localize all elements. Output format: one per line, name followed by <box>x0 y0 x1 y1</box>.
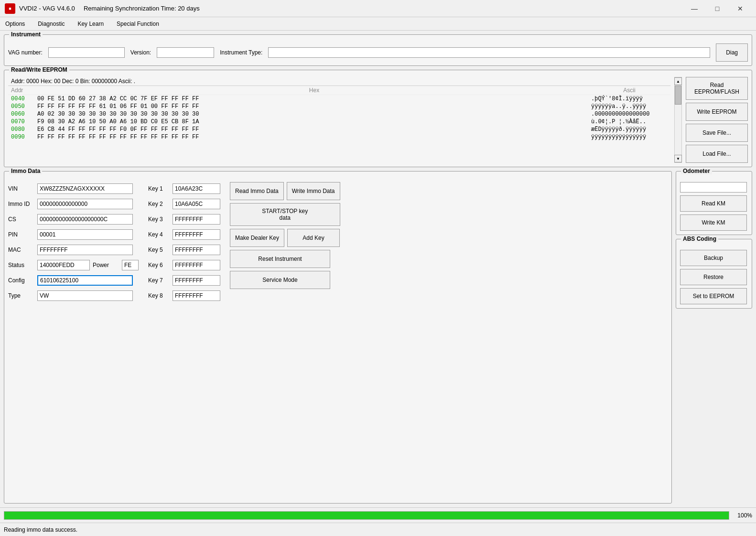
instrument-group: Instrument VAG number: Version: Instrume… <box>4 34 752 66</box>
eeprom-data-row: 0050 FF FF FF FF FF FF 61 01 06 FF 01 00… <box>8 103 670 110</box>
write-eeprom-button[interactable]: Write EEPROM <box>686 103 748 121</box>
key7-label: Key 7 <box>148 277 170 284</box>
key2-label: Key 2 <box>148 201 170 207</box>
eeprom-group: Read/Write EEPROM Addr: 0000 Hex: 00 Dec… <box>4 70 752 167</box>
immo-id-input[interactable] <box>37 199 133 209</box>
key4-row: Key 4 <box>148 228 220 241</box>
mac-input[interactable] <box>37 245 133 255</box>
row-addr: 0060 <box>11 111 37 118</box>
close-button[interactable]: ✕ <box>729 2 751 15</box>
reset-instrument-button[interactable]: Reset Instrument <box>230 250 330 268</box>
mac-label: MAC <box>8 247 34 253</box>
pin-row: PIN <box>8 228 139 241</box>
version-input[interactable] <box>157 47 214 58</box>
row-ascii: .0000000000000000 <box>591 111 668 118</box>
key3-input[interactable] <box>173 214 220 225</box>
make-dealer-button[interactable]: Make Dealer Key <box>230 229 284 247</box>
odometer-group: Odometer Read KM Write KM <box>676 171 752 235</box>
menu-options[interactable]: Options <box>2 19 28 29</box>
odometer-content: Read KM Write KM <box>680 182 748 231</box>
progress-percent: 100% <box>733 512 752 519</box>
instrument-row: VAG number: Version: Instrument Type: Di… <box>8 43 748 62</box>
power-input[interactable] <box>122 260 139 270</box>
status-label: Status <box>8 262 34 268</box>
immo-left-fields: VIN Immo ID CS PIN <box>8 182 139 302</box>
row-addr: 0050 <box>11 103 37 110</box>
key3-row: Key 3 <box>148 213 220 226</box>
col-ascii-header: Ascii <box>591 87 668 94</box>
key4-label: Key 4 <box>148 231 170 238</box>
scrollbar-thumb[interactable] <box>675 86 681 105</box>
read-km-button[interactable]: Read KM <box>680 195 747 212</box>
key5-label: Key 5 <box>148 247 170 253</box>
service-mode-button[interactable]: Service Mode <box>230 271 330 289</box>
pin-label: PIN <box>8 231 34 238</box>
key1-row: Key 1 <box>148 182 220 195</box>
maximize-button[interactable]: □ <box>706 2 728 15</box>
row-addr: 0090 <box>11 134 37 140</box>
eeprom-scrollbar[interactable]: ▲ ▼ <box>674 77 682 163</box>
restore-button[interactable]: Restore <box>680 269 747 285</box>
type-input[interactable] <box>37 290 133 301</box>
menu-diagnostic[interactable]: Diagnostic <box>35 19 67 29</box>
eeprom-data-row: 0080 E6 CB 44 FF FF FF FF FF F0 0F FF FF… <box>8 126 670 133</box>
key3-label: Key 3 <box>148 216 170 223</box>
load-file-button[interactable]: Load File... <box>686 145 748 163</box>
title-bar: ■ VVDI2 - VAG V4.6.0 Remaining Synchroni… <box>0 0 756 17</box>
key6-input[interactable] <box>173 260 220 270</box>
row-ascii: ÿÿÿÿÿÿÿÿÿÿÿÿÿÿÿÿ <box>591 134 668 140</box>
eeprom-table-area: Addr: 0000 Hex: 00 Dec: 0 Bin: 00000000 … <box>8 77 670 163</box>
key5-input[interactable] <box>173 245 220 255</box>
start-stop-button[interactable]: START/STOP keydata <box>230 203 340 226</box>
scroll-up-arrow[interactable]: ▲ <box>674 77 682 85</box>
eeprom-header: Addr: 0000 Hex: 00 Dec: 0 Bin: 00000000 … <box>8 77 670 86</box>
key1-input[interactable] <box>173 183 220 194</box>
scroll-down-arrow[interactable]: ▼ <box>674 155 682 162</box>
status-text: Reading immo data success. <box>4 526 77 533</box>
key7-row: Key 7 <box>148 274 220 287</box>
odometer-input[interactable] <box>680 182 747 193</box>
read-eeprom-button[interactable]: ReadEEPROM/FLASH <box>686 77 748 100</box>
immo-id-label: Immo ID <box>8 201 34 207</box>
eeprom-data-row: 0090 FF FF FF FF FF FF FF FF FF FF FF FF… <box>8 133 670 141</box>
backup-button[interactable]: Backup <box>680 250 747 266</box>
key8-input[interactable] <box>173 290 220 301</box>
add-key-button[interactable]: Add Key <box>287 229 340 247</box>
vag-number-input[interactable] <box>48 47 125 58</box>
vin-input[interactable] <box>37 183 133 194</box>
vin-row: VIN <box>8 182 139 195</box>
row-hex: FF FF FF FF FF FF FF FF FF FF FF FF FF F… <box>37 134 591 140</box>
cs-input[interactable] <box>37 214 133 225</box>
config-input[interactable] <box>37 275 133 286</box>
instrument-type-input[interactable] <box>268 47 710 58</box>
row-addr: 0070 <box>11 118 37 125</box>
row-hex: E6 CB 44 FF FF FF FF FF F0 0F FF FF FF F… <box>37 126 591 133</box>
progress-bar-fill <box>4 512 729 519</box>
menu-special-function[interactable]: Special Function <box>114 19 162 29</box>
abs-group-title: ABS Coding <box>681 236 718 242</box>
write-immo-button[interactable]: Write Immo Data <box>287 182 340 200</box>
key2-input[interactable] <box>173 199 220 209</box>
row-hex: F9 08 30 A2 A6 10 50 A0 A6 10 BD C0 E5 C… <box>37 118 591 125</box>
eeprom-data-row: 0040 00 FE 51 DD 60 27 38 A2 CC 0C 7F EF… <box>8 95 670 103</box>
save-file-button[interactable]: Save File... <box>686 124 748 142</box>
abs-content: Backup Restore Set to EEPROM <box>680 250 748 304</box>
cs-label: CS <box>8 216 34 223</box>
set-to-eeprom-button[interactable]: Set to EEPROM <box>680 288 747 304</box>
eeprom-section: Addr: 0000 Hex: 00 Dec: 0 Bin: 00000000 … <box>8 77 748 163</box>
pin-input[interactable] <box>37 229 133 240</box>
eeprom-data-row: 0060 A0 02 30 30 30 30 30 30 30 30 30 30… <box>8 110 670 118</box>
read-immo-button[interactable]: Read Immo Data <box>230 182 284 200</box>
write-km-button[interactable]: Write KM <box>680 214 747 231</box>
minimize-button[interactable]: — <box>683 2 705 15</box>
row-hex: A0 02 30 30 30 30 30 30 30 30 30 30 30 3… <box>37 111 591 118</box>
col-hex-header: Hex <box>37 87 591 94</box>
diag-button[interactable]: Diag <box>716 43 748 62</box>
key6-label: Key 6 <box>148 262 170 268</box>
key7-input[interactable] <box>173 275 220 286</box>
odometer-group-title: Odometer <box>681 168 712 174</box>
menu-key-learn[interactable]: Key Learn <box>75 19 107 29</box>
row-hex: FF FF FF FF FF FF 61 01 06 FF 01 00 FF F… <box>37 103 591 110</box>
status-input[interactable] <box>37 260 90 270</box>
key4-input[interactable] <box>173 229 220 240</box>
